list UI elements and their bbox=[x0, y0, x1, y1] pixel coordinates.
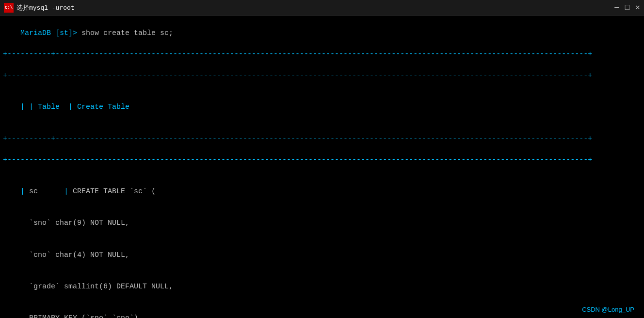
blank-3 bbox=[3, 123, 641, 134]
separator-inner-mid: +---------------------------------------… bbox=[3, 155, 641, 166]
command-line: MariaDB [st]> show create table sc; bbox=[3, 17, 641, 49]
window-controls[interactable]: — □ ✕ bbox=[614, 4, 640, 12]
titlebar: C:\ 选择mysql -uroot — □ ✕ bbox=[0, 0, 644, 16]
data-row-3: `cno` char(4) NOT NULL, bbox=[3, 239, 641, 271]
create-table-start: CREATE TABLE `sc` ( bbox=[73, 187, 156, 196]
col-table: | Table | Create Table bbox=[29, 103, 129, 111]
titlebar-left: C:\ 选择mysql -uroot bbox=[4, 3, 75, 13]
data-row-2: `sno` char(9) NOT NULL, bbox=[3, 208, 641, 239]
blank-5 bbox=[3, 166, 641, 176]
blank-4 bbox=[3, 144, 641, 155]
blank-2 bbox=[3, 81, 641, 92]
data-row-5: PRIMARY KEY (`sno`,`cno`), bbox=[3, 302, 641, 318]
maximize-button[interactable]: □ bbox=[625, 4, 630, 12]
separator-top-outer: +----------+----------------------------… bbox=[3, 49, 641, 60]
blank-1 bbox=[3, 60, 641, 70]
data-row-1: | sc | CREATE TABLE `sc` ( bbox=[3, 176, 641, 207]
close-button[interactable]: ✕ bbox=[635, 4, 640, 12]
separator-inner-top: +---------------------------------------… bbox=[3, 70, 641, 81]
window-title: 选择mysql -uroot bbox=[16, 3, 75, 12]
command-text: show create table sc; bbox=[77, 29, 173, 37]
column-headers: | | Table | Create Table bbox=[3, 91, 641, 123]
table-name: sc bbox=[29, 187, 60, 196]
minimize-button[interactable]: — bbox=[614, 4, 619, 12]
watermark: CSDN @Long_UP bbox=[582, 306, 634, 313]
app-icon: C:\ bbox=[4, 3, 14, 13]
data-row-4: `grade` smallint(6) DEFAULT NULL, bbox=[3, 271, 641, 302]
prompt: MariaDB [st]> bbox=[20, 29, 77, 37]
terminal-content: MariaDB [st]> show create table sc; +---… bbox=[0, 16, 644, 318]
separator-mid-outer: +----------+----------------------------… bbox=[3, 134, 641, 144]
